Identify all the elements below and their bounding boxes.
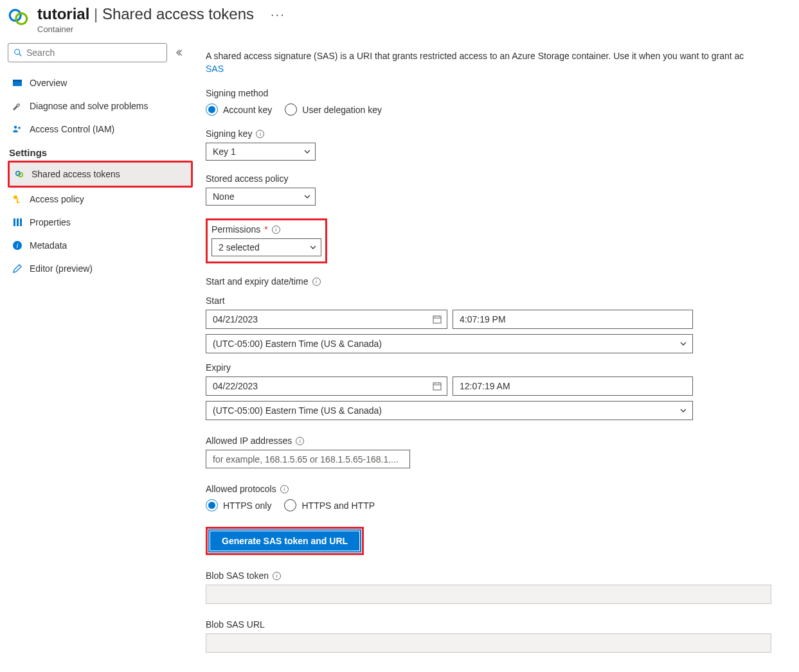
chevron-down-icon [679,340,687,348]
intro-text: A shared access signature (SAS) is a URI… [206,49,799,75]
expiry-label: Expiry [206,362,799,373]
sidebar-item-diagnose[interactable]: Diagnose and solve problems [8,94,193,118]
permissions-dropdown[interactable]: 2 selected [211,238,321,256]
expiry-tz-dropdown[interactable]: (UTC-05:00) Eastern Time (US & Canada) [206,401,693,420]
start-time-input[interactable]: 4:07:19 PM [453,310,693,329]
generate-sas-button[interactable]: Generate SAS token and URL [210,531,360,551]
datetime-heading: Start and expiry date/time i [206,276,799,287]
radio-icon [285,103,297,116]
chevron-down-icon [303,193,311,200]
info-icon[interactable]: i [256,130,264,138]
sidebar: Overview Diagnose and solve problems Acc… [0,38,193,672]
radio-icon [206,499,218,511]
chevron-down-icon [679,407,687,414]
info-icon[interactable]: i [273,572,281,580]
sidebar-item-overview[interactable]: Overview [8,71,193,94]
link-icon [13,168,25,180]
title-separator: | [94,5,98,22]
search-icon [13,48,22,57]
stored-policy-dropdown[interactable]: None [206,188,316,206]
resource-type-label: Container [37,24,285,34]
expiry-time-input[interactable]: 12:07:19 AM [453,376,693,396]
wrench-icon [12,100,23,112]
start-date-input[interactable]: 04/21/2023 [206,310,447,329]
search-input[interactable] [26,48,161,58]
signing-method-account-key[interactable]: Account key [206,103,272,116]
main-content: A shared access signature (SAS) is a URI… [193,38,799,672]
people-icon [12,123,23,135]
search-input-wrapper[interactable] [8,43,167,62]
container-icon [8,6,30,28]
sidebar-item-label: Metadata [30,240,67,251]
calendar-icon [433,382,442,391]
svg-rect-14 [17,218,19,226]
permissions-label: Permissions * i [211,224,321,234]
protocol-https-only[interactable]: HTTPS only [206,499,271,511]
signing-method-user-delegation[interactable]: User delegation key [285,103,382,116]
start-label: Start [206,296,799,306]
sidebar-item-access-policy[interactable]: Access policy [8,188,193,211]
calendar-icon [433,315,442,324]
resource-name: tutorial [37,5,89,22]
chevron-down-icon [303,148,311,155]
header: tutorial | Shared access tokens ··· Cont… [0,0,799,38]
svg-rect-15 [20,218,22,226]
protocol-https-http[interactable]: HTTPS and HTTP [284,499,375,511]
radio-icon [284,499,296,511]
sidebar-item-label: Diagnose and solve problems [30,101,148,111]
sidebar-item-editor[interactable]: Editor (preview) [8,257,193,280]
expiry-date-input[interactable]: 04/22/2023 [206,376,447,396]
page-title: tutorial | Shared access tokens ··· [37,5,285,23]
chevron-down-icon [309,243,317,251]
sidebar-item-properties[interactable]: Properties [8,211,193,234]
settings-heading: Settings [8,141,193,161]
svg-rect-22 [433,383,441,390]
page-name: Shared access tokens [102,5,254,22]
info-icon[interactable]: i [280,485,289,493]
svg-point-7 [18,127,21,129]
info-icon[interactable]: i [312,278,321,286]
svg-point-2 [15,49,20,55]
svg-rect-13 [13,218,15,226]
more-actions-icon[interactable]: ··· [271,8,285,21]
allowed-ip-input[interactable] [206,450,410,468]
svg-line-3 [19,54,22,57]
allowed-ip-label: Allowed IP addresses i [206,436,799,446]
svg-rect-12 [17,202,19,203]
allowed-protocols-label: Allowed protocols i [206,484,799,494]
pencil-icon [12,263,23,274]
info-icon[interactable]: i [296,437,304,445]
sidebar-item-label: Shared access tokens [31,169,120,179]
collapse-sidebar-icon[interactable] [176,48,185,57]
sidebar-item-label: Access Control (IAM) [30,124,114,134]
sidebar-item-label: Properties [30,217,71,227]
info-icon[interactable]: i [272,225,280,234]
overview-icon [12,77,23,89]
signing-key-label: Signing key i [206,128,799,139]
signing-method-label: Signing method [206,88,799,98]
sidebar-item-label: Editor (preview) [30,263,93,274]
properties-icon [12,217,23,228]
blob-sas-url-output[interactable] [206,633,771,653]
signing-key-dropdown[interactable]: Key 1 [206,143,316,161]
blob-sas-token-output[interactable] [206,585,771,604]
svg-point-6 [14,126,17,128]
sidebar-item-access-control[interactable]: Access Control (IAM) [8,118,193,141]
svg-rect-5 [13,80,22,82]
blob-sas-token-label: Blob SAS token i [206,570,799,581]
key-icon [12,193,23,205]
sidebar-item-metadata[interactable]: i Metadata [8,234,193,257]
stored-policy-label: Stored access policy [206,173,799,184]
svg-rect-18 [433,316,441,323]
radio-icon [206,103,218,116]
sidebar-item-label: Overview [30,78,67,88]
start-tz-dropdown[interactable]: (UTC-05:00) Eastern Time (US & Canada) [206,334,693,353]
info-icon: i [12,240,23,251]
sas-link[interactable]: SAS [206,64,224,74]
sidebar-item-label: Access policy [30,194,84,204]
sidebar-item-shared-access-tokens[interactable]: Shared access tokens [10,163,191,186]
blob-sas-url-label: Blob SAS URL [206,619,799,630]
